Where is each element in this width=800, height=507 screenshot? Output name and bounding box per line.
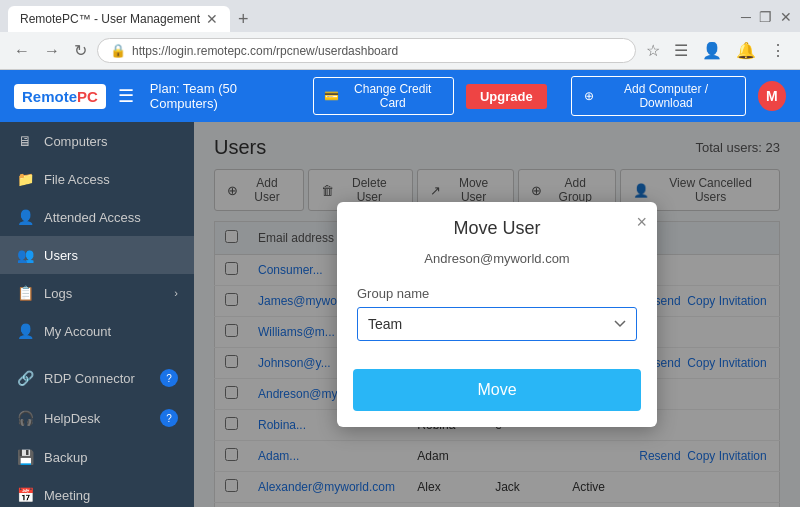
sidebar-item-logs[interactable]: 📋 Logs ›	[0, 274, 194, 312]
menu-icon[interactable]: ⋮	[766, 39, 790, 62]
browser-chrome: RemotePC™ - User Management ✕ + ─ ❐ ✕ ← …	[0, 0, 800, 70]
upgrade-button[interactable]: Upgrade	[466, 84, 547, 109]
modal-body: Group name TeamDefaultGroup AGroup B	[337, 278, 657, 357]
top-bar: RemotePC ☰ Plan: Team (50 Computers) 💳 C…	[0, 70, 800, 122]
modal-header: Move User	[337, 202, 657, 247]
logo: RemotePC	[14, 84, 106, 109]
modal-overlay: × Move User Andreson@myworld.com Group n…	[194, 122, 800, 507]
attended-access-icon: 👤	[16, 209, 34, 225]
rdp-badge: ?	[160, 369, 178, 387]
browser-actions: ☆ ☰ 👤 🔔 ⋮	[642, 39, 790, 62]
lock-icon: 🔒	[110, 43, 126, 58]
browser-controls: ← → ↻ 🔒 https://login.remotepc.com/rpcne…	[0, 32, 800, 69]
meeting-icon: 📅	[16, 487, 34, 503]
app: RemotePC ☰ Plan: Team (50 Computers) 💳 C…	[0, 70, 800, 507]
tab-close-button[interactable]: ✕	[206, 12, 218, 26]
forward-button[interactable]: →	[40, 40, 64, 62]
modal-close-button[interactable]: ×	[636, 212, 647, 233]
add-computer-button[interactable]: ⊕ Add Computer / Download	[571, 76, 746, 116]
add-computer-icon: ⊕	[584, 89, 594, 103]
minimize-button[interactable]: ─	[741, 9, 751, 25]
modal-title: Move User	[353, 218, 641, 239]
bookmark-icon[interactable]: ☆	[642, 39, 664, 62]
sidebar-item-attended-access[interactable]: 👤 Attended Access	[0, 198, 194, 236]
main-content: 🖥 Computers 📁 File Access 👤 Attended Acc…	[0, 122, 800, 507]
sidebar-item-rdp-connector[interactable]: 🔗 RDP Connector ?	[0, 358, 194, 398]
page-area: Users Total users: 23 ⊕ Add User 🗑 Delet…	[194, 122, 800, 507]
modal-user-email: Andreson@myworld.com	[337, 247, 657, 278]
url-display: https://login.remotepc.com/rpcnew/userda…	[132, 44, 398, 58]
active-tab[interactable]: RemotePC™ - User Management ✕	[8, 6, 230, 32]
notifications-icon[interactable]: 🔔	[732, 39, 760, 62]
sidebar-item-backup[interactable]: 💾 Backup	[0, 438, 194, 476]
logs-icon: 📋	[16, 285, 34, 301]
back-button[interactable]: ←	[10, 40, 34, 62]
restore-button[interactable]: ❐	[759, 9, 772, 25]
tab-bar: RemotePC™ - User Management ✕ + ─ ❐ ✕	[0, 0, 800, 32]
backup-icon: 💾	[16, 449, 34, 465]
profile-icon[interactable]: 👤	[698, 39, 726, 62]
sidebar-item-my-account[interactable]: 👤 My Account	[0, 312, 194, 350]
sidebar-item-computers[interactable]: 🖥 Computers	[0, 122, 194, 160]
sidebar-item-file-access[interactable]: 📁 File Access	[0, 160, 194, 198]
plan-info: Plan: Team (50 Computers)	[150, 81, 301, 111]
sidebar-item-meeting[interactable]: 📅 Meeting	[0, 476, 194, 507]
file-access-icon: 📁	[16, 171, 34, 187]
logo-area: RemotePC	[14, 84, 106, 109]
credit-card-button[interactable]: 💳 Change Credit Card	[313, 77, 454, 115]
close-button[interactable]: ✕	[780, 9, 792, 25]
my-account-icon: 👤	[16, 323, 34, 339]
rdp-connector-icon: 🔗	[16, 370, 34, 386]
sidebar-item-helpdesk[interactable]: 🎧 HelpDesk ?	[0, 398, 194, 438]
new-tab-button[interactable]: +	[234, 9, 253, 30]
user-avatar[interactable]: M	[758, 81, 786, 111]
helpdesk-badge: ?	[160, 409, 178, 427]
sidebar: 🖥 Computers 📁 File Access 👤 Attended Acc…	[0, 122, 194, 507]
address-bar[interactable]: 🔒 https://login.remotepc.com/rpcnew/user…	[97, 38, 636, 63]
hamburger-icon[interactable]: ☰	[118, 85, 134, 107]
helpdesk-icon: 🎧	[16, 410, 34, 426]
logs-chevron-icon: ›	[174, 287, 178, 299]
computers-icon: 🖥	[16, 133, 34, 149]
sidebar-item-users[interactable]: 👥 Users	[0, 236, 194, 274]
group-name-label: Group name	[357, 286, 637, 301]
modal-footer: Move	[337, 357, 657, 427]
tab-title: RemotePC™ - User Management	[20, 12, 200, 26]
group-select[interactable]: TeamDefaultGroup AGroup B	[357, 307, 637, 341]
credit-card-icon: 💳	[324, 89, 339, 103]
reload-button[interactable]: ↻	[70, 39, 91, 62]
users-icon: 👥	[16, 247, 34, 263]
move-button[interactable]: Move	[353, 369, 641, 411]
move-user-modal: × Move User Andreson@myworld.com Group n…	[337, 202, 657, 427]
extensions-icon[interactable]: ☰	[670, 39, 692, 62]
